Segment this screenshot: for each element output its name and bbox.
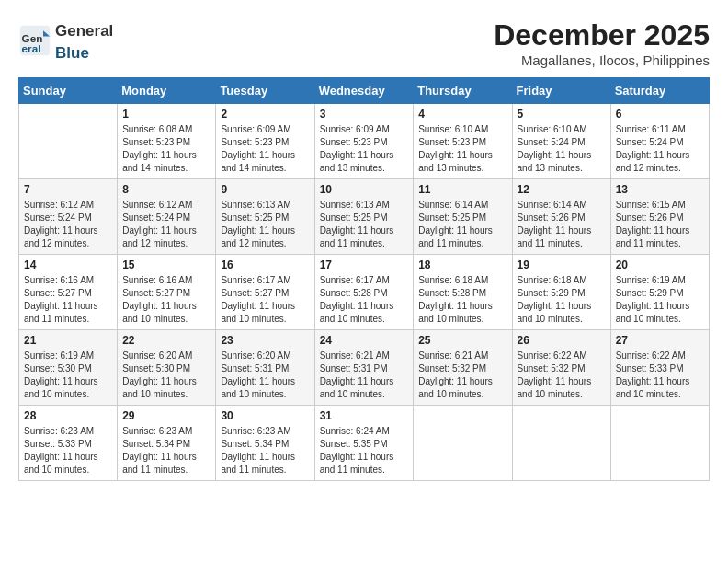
day-info: Sunrise: 6:22 AM Sunset: 5:33 PM Dayligh…: [616, 350, 704, 401]
day-info: Sunrise: 6:18 AM Sunset: 5:28 PM Dayligh…: [418, 274, 506, 326]
day-info: Sunrise: 6:22 AM Sunset: 5:32 PM Dayligh…: [518, 350, 606, 401]
calendar-cell: 24Sunrise: 6:21 AM Sunset: 5:31 PM Dayli…: [314, 330, 414, 406]
day-info: Sunrise: 6:23 AM Sunset: 5:33 PM Dayligh…: [24, 425, 112, 477]
weekday-header: Tuesday: [216, 78, 314, 104]
day-info: Sunrise: 6:16 AM Sunset: 5:27 PM Dayligh…: [24, 274, 112, 326]
month-title: December 2025: [494, 18, 710, 52]
day-number: 21: [24, 334, 112, 347]
calendar-cell: 11Sunrise: 6:14 AM Sunset: 5:25 PM Dayli…: [414, 179, 512, 255]
day-info: Sunrise: 6:16 AM Sunset: 5:27 PM Dayligh…: [122, 274, 210, 326]
weekday-header-row: SundayMondayTuesdayWednesdayThursdayFrid…: [19, 78, 710, 104]
logo-icon: Gen eral: [18, 24, 51, 57]
day-number: 11: [418, 183, 506, 196]
svg-text:eral: eral: [22, 42, 41, 54]
calendar-cell: 31Sunrise: 6:24 AM Sunset: 5:35 PM Dayli…: [314, 406, 414, 481]
calendar-cell: [512, 406, 610, 481]
day-info: Sunrise: 6:20 AM Sunset: 5:30 PM Dayligh…: [122, 350, 210, 401]
day-info: Sunrise: 6:15 AM Sunset: 5:26 PM Dayligh…: [616, 199, 704, 250]
day-number: 13: [616, 183, 704, 196]
day-number: 19: [518, 259, 606, 271]
day-number: 12: [518, 183, 606, 196]
day-info: Sunrise: 6:21 AM Sunset: 5:31 PM Dayligh…: [320, 350, 409, 401]
day-info: Sunrise: 6:23 AM Sunset: 5:34 PM Dayligh…: [122, 425, 210, 477]
day-number: 28: [24, 409, 112, 422]
day-number: 27: [616, 334, 704, 347]
day-info: Sunrise: 6:20 AM Sunset: 5:31 PM Dayligh…: [221, 350, 309, 401]
calendar-cell: 26Sunrise: 6:22 AM Sunset: 5:32 PM Dayli…: [512, 330, 610, 406]
day-number: 26: [518, 334, 606, 347]
calendar-cell: [19, 104, 118, 179]
page-header: Gen eral General Blue December 2025 Maga…: [18, 18, 710, 68]
day-number: 25: [418, 334, 506, 347]
calendar-cell: 12Sunrise: 6:14 AM Sunset: 5:26 PM Dayli…: [512, 179, 610, 255]
day-info: Sunrise: 6:14 AM Sunset: 5:25 PM Dayligh…: [418, 199, 506, 250]
day-number: 24: [320, 334, 409, 347]
calendar-cell: 20Sunrise: 6:19 AM Sunset: 5:29 PM Dayli…: [610, 255, 709, 330]
calendar-cell: 28Sunrise: 6:23 AM Sunset: 5:33 PM Dayli…: [19, 406, 118, 481]
calendar-cell: 18Sunrise: 6:18 AM Sunset: 5:28 PM Dayli…: [414, 255, 512, 330]
logo-general: General: [55, 22, 113, 40]
calendar-cell: 3Sunrise: 6:09 AM Sunset: 5:23 PM Daylig…: [314, 104, 414, 179]
day-number: 7: [24, 183, 112, 196]
calendar-cell: 19Sunrise: 6:18 AM Sunset: 5:29 PM Dayli…: [512, 255, 610, 330]
calendar-cell: 6Sunrise: 6:11 AM Sunset: 5:24 PM Daylig…: [610, 104, 709, 179]
calendar-cell: [610, 406, 709, 481]
day-info: Sunrise: 6:14 AM Sunset: 5:26 PM Dayligh…: [518, 199, 606, 250]
weekday-header: Wednesday: [314, 78, 414, 104]
calendar-cell: 27Sunrise: 6:22 AM Sunset: 5:33 PM Dayli…: [610, 330, 709, 406]
day-number: 1: [122, 108, 210, 121]
day-info: Sunrise: 6:13 AM Sunset: 5:25 PM Dayligh…: [320, 199, 409, 250]
calendar-cell: 5Sunrise: 6:10 AM Sunset: 5:24 PM Daylig…: [512, 104, 610, 179]
calendar-table: SundayMondayTuesdayWednesdayThursdayFrid…: [18, 77, 710, 481]
weekday-header: Thursday: [414, 78, 512, 104]
day-info: Sunrise: 6:13 AM Sunset: 5:25 PM Dayligh…: [221, 199, 309, 250]
day-number: 31: [320, 409, 409, 422]
logo-blue: Blue: [55, 44, 89, 62]
calendar-cell: 15Sunrise: 6:16 AM Sunset: 5:27 PM Dayli…: [118, 255, 216, 330]
weekday-header: Monday: [118, 78, 216, 104]
calendar-cell: 23Sunrise: 6:20 AM Sunset: 5:31 PM Dayli…: [216, 330, 314, 406]
day-info: Sunrise: 6:23 AM Sunset: 5:34 PM Dayligh…: [221, 425, 309, 477]
logo: Gen eral General Blue: [18, 18, 113, 63]
day-info: Sunrise: 6:17 AM Sunset: 5:28 PM Dayligh…: [320, 274, 409, 326]
weekday-header: Saturday: [610, 78, 709, 104]
day-info: Sunrise: 6:19 AM Sunset: 5:29 PM Dayligh…: [616, 274, 704, 326]
day-number: 10: [320, 183, 409, 196]
day-number: 18: [418, 259, 506, 271]
day-number: 17: [320, 259, 409, 271]
calendar-week-row: 7Sunrise: 6:12 AM Sunset: 5:24 PM Daylig…: [19, 179, 710, 255]
calendar-cell: 14Sunrise: 6:16 AM Sunset: 5:27 PM Dayli…: [19, 255, 118, 330]
day-number: 14: [24, 259, 112, 271]
calendar-cell: 30Sunrise: 6:23 AM Sunset: 5:34 PM Dayli…: [216, 406, 314, 481]
weekday-header: Friday: [512, 78, 610, 104]
calendar-week-row: 21Sunrise: 6:19 AM Sunset: 5:30 PM Dayli…: [19, 330, 710, 406]
day-number: 22: [122, 334, 210, 347]
day-info: Sunrise: 6:10 AM Sunset: 5:23 PM Dayligh…: [418, 123, 506, 175]
day-number: 29: [122, 409, 210, 422]
day-number: 6: [616, 108, 704, 121]
calendar-cell: 4Sunrise: 6:10 AM Sunset: 5:23 PM Daylig…: [414, 104, 512, 179]
day-info: Sunrise: 6:24 AM Sunset: 5:35 PM Dayligh…: [320, 425, 409, 477]
calendar-week-row: 14Sunrise: 6:16 AM Sunset: 5:27 PM Dayli…: [19, 255, 710, 330]
calendar-cell: [414, 406, 512, 481]
calendar-cell: 9Sunrise: 6:13 AM Sunset: 5:25 PM Daylig…: [216, 179, 314, 255]
day-info: Sunrise: 6:11 AM Sunset: 5:24 PM Dayligh…: [616, 123, 704, 175]
day-info: Sunrise: 6:17 AM Sunset: 5:27 PM Dayligh…: [221, 274, 309, 326]
day-info: Sunrise: 6:12 AM Sunset: 5:24 PM Dayligh…: [122, 199, 210, 250]
calendar-cell: 7Sunrise: 6:12 AM Sunset: 5:24 PM Daylig…: [19, 179, 118, 255]
calendar-cell: 17Sunrise: 6:17 AM Sunset: 5:28 PM Dayli…: [314, 255, 414, 330]
day-number: 8: [122, 183, 210, 196]
day-number: 9: [221, 183, 309, 196]
calendar-cell: 22Sunrise: 6:20 AM Sunset: 5:30 PM Dayli…: [118, 330, 216, 406]
day-info: Sunrise: 6:12 AM Sunset: 5:24 PM Dayligh…: [24, 199, 112, 250]
calendar-cell: 13Sunrise: 6:15 AM Sunset: 5:26 PM Dayli…: [610, 179, 709, 255]
day-number: 15: [122, 259, 210, 271]
calendar-cell: 2Sunrise: 6:09 AM Sunset: 5:23 PM Daylig…: [216, 104, 314, 179]
day-info: Sunrise: 6:19 AM Sunset: 5:30 PM Dayligh…: [24, 350, 112, 401]
day-info: Sunrise: 6:09 AM Sunset: 5:23 PM Dayligh…: [221, 123, 309, 175]
day-info: Sunrise: 6:18 AM Sunset: 5:29 PM Dayligh…: [518, 274, 606, 326]
calendar-cell: 1Sunrise: 6:08 AM Sunset: 5:23 PM Daylig…: [118, 104, 216, 179]
calendar-cell: 10Sunrise: 6:13 AM Sunset: 5:25 PM Dayli…: [314, 179, 414, 255]
calendar-week-row: 28Sunrise: 6:23 AM Sunset: 5:33 PM Dayli…: [19, 406, 710, 481]
location: Magallanes, Ilocos, Philippines: [494, 52, 710, 68]
